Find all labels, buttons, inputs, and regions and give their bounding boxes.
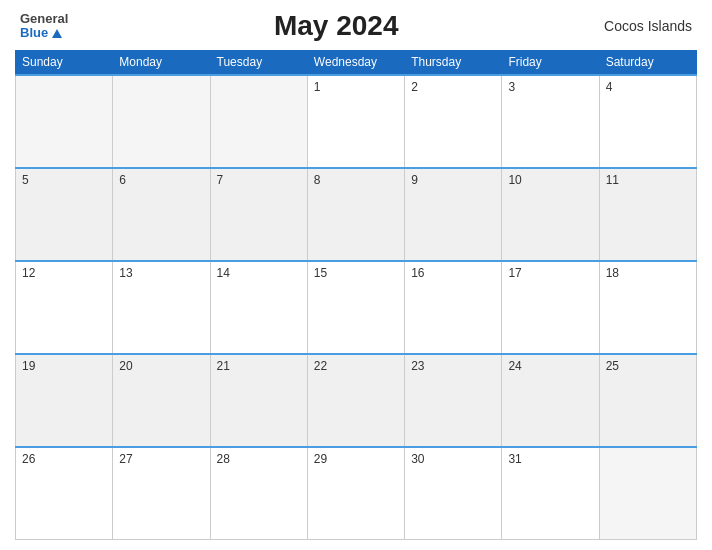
calendar-cell-w1d4: 1	[307, 75, 404, 168]
calendar-cell-w4d7: 25	[599, 354, 696, 447]
calendar-cell-w1d7: 4	[599, 75, 696, 168]
header-sunday: Sunday	[16, 51, 113, 75]
day-number: 12	[22, 266, 35, 280]
calendar-cell-w5d7	[599, 447, 696, 540]
day-number: 31	[508, 452, 521, 466]
calendar-cell-w2d5: 9	[405, 168, 502, 261]
calendar-cell-w2d7: 11	[599, 168, 696, 261]
day-number: 11	[606, 173, 619, 187]
header-saturday: Saturday	[599, 51, 696, 75]
day-number: 25	[606, 359, 619, 373]
calendar-cell-w5d3: 28	[210, 447, 307, 540]
calendar-cell-w4d4: 22	[307, 354, 404, 447]
logo-blue-text: Blue	[20, 26, 68, 40]
calendar-cell-w3d5: 16	[405, 261, 502, 354]
day-number: 17	[508, 266, 521, 280]
calendar-cell-w5d1: 26	[16, 447, 113, 540]
week-row-3: 12131415161718	[16, 261, 697, 354]
calendar-cell-w5d4: 29	[307, 447, 404, 540]
calendar-cell-w5d5: 30	[405, 447, 502, 540]
calendar-cell-w3d4: 15	[307, 261, 404, 354]
calendar-cell-w3d2: 13	[113, 261, 210, 354]
calendar-cell-w1d3	[210, 75, 307, 168]
day-number: 4	[606, 80, 613, 94]
day-number: 15	[314, 266, 327, 280]
calendar-cell-w3d6: 17	[502, 261, 599, 354]
calendar-cell-w5d6: 31	[502, 447, 599, 540]
calendar-cell-w2d4: 8	[307, 168, 404, 261]
day-number: 16	[411, 266, 424, 280]
day-number: 22	[314, 359, 327, 373]
calendar-cell-w2d3: 7	[210, 168, 307, 261]
day-number: 3	[508, 80, 515, 94]
day-number: 13	[119, 266, 132, 280]
calendar-cell-w4d6: 24	[502, 354, 599, 447]
day-number: 7	[217, 173, 224, 187]
day-headers-row: Sunday Monday Tuesday Wednesday Thursday…	[16, 51, 697, 75]
header-thursday: Thursday	[405, 51, 502, 75]
day-number: 2	[411, 80, 418, 94]
header: General Blue May 2024 Cocos Islands	[15, 10, 697, 42]
day-number: 9	[411, 173, 418, 187]
calendar-title: May 2024	[274, 10, 399, 42]
week-row-2: 567891011	[16, 168, 697, 261]
day-number: 8	[314, 173, 321, 187]
day-number: 1	[314, 80, 321, 94]
day-number: 27	[119, 452, 132, 466]
calendar-cell-w4d3: 21	[210, 354, 307, 447]
calendar-cell-w1d1	[16, 75, 113, 168]
calendar-cell-w1d2	[113, 75, 210, 168]
calendar-cell-w2d1: 5	[16, 168, 113, 261]
logo-triangle-icon	[52, 29, 62, 38]
day-number: 21	[217, 359, 230, 373]
calendar-cell-w3d1: 12	[16, 261, 113, 354]
week-row-5: 262728293031	[16, 447, 697, 540]
calendar-cell-w4d2: 20	[113, 354, 210, 447]
calendar-cell-w3d3: 14	[210, 261, 307, 354]
week-row-4: 19202122232425	[16, 354, 697, 447]
day-number: 6	[119, 173, 126, 187]
header-tuesday: Tuesday	[210, 51, 307, 75]
calendar-table: Sunday Monday Tuesday Wednesday Thursday…	[15, 50, 697, 540]
header-monday: Monday	[113, 51, 210, 75]
day-number: 28	[217, 452, 230, 466]
day-number: 14	[217, 266, 230, 280]
day-number: 29	[314, 452, 327, 466]
day-number: 23	[411, 359, 424, 373]
day-number: 18	[606, 266, 619, 280]
calendar-cell-w4d5: 23	[405, 354, 502, 447]
calendar-cell-w1d5: 2	[405, 75, 502, 168]
header-wednesday: Wednesday	[307, 51, 404, 75]
day-number: 10	[508, 173, 521, 187]
region-name: Cocos Islands	[604, 18, 692, 34]
day-number: 19	[22, 359, 35, 373]
week-row-1: 1234	[16, 75, 697, 168]
logo: General Blue	[20, 12, 68, 41]
calendar-cell-w4d1: 19	[16, 354, 113, 447]
day-number: 30	[411, 452, 424, 466]
calendar-cell-w2d6: 10	[502, 168, 599, 261]
day-number: 24	[508, 359, 521, 373]
header-friday: Friday	[502, 51, 599, 75]
day-number: 5	[22, 173, 29, 187]
calendar-cell-w3d7: 18	[599, 261, 696, 354]
calendar-page: General Blue May 2024 Cocos Islands Sund…	[0, 0, 712, 550]
calendar-cell-w1d6: 3	[502, 75, 599, 168]
logo-general-text: General	[20, 12, 68, 26]
day-number: 26	[22, 452, 35, 466]
calendar-cell-w5d2: 27	[113, 447, 210, 540]
day-number: 20	[119, 359, 132, 373]
calendar-cell-w2d2: 6	[113, 168, 210, 261]
